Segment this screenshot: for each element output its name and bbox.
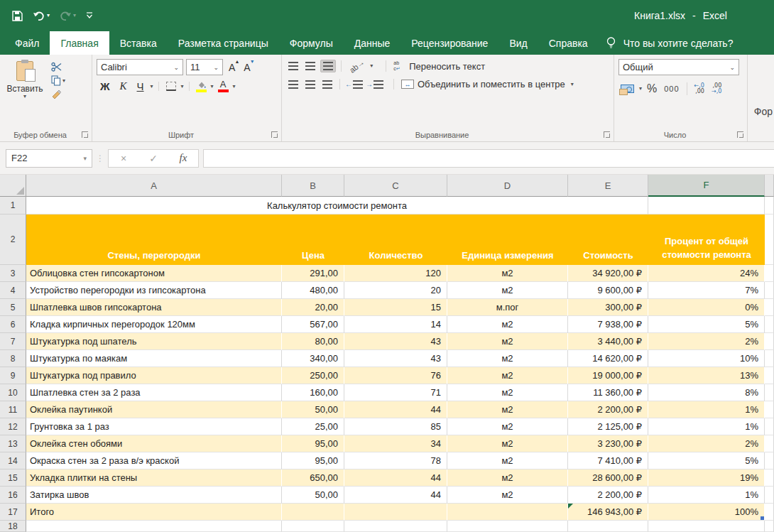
cell-A8[interactable]: Штукатурка по маякам (26, 350, 282, 367)
cell-C17[interactable] (344, 504, 447, 521)
cell-B10[interactable]: 160,00 (282, 384, 344, 401)
row-header-7[interactable]: 7 (0, 333, 26, 350)
tab-формулы[interactable]: Формулы (279, 31, 344, 55)
customize-qat-button[interactable] (85, 12, 94, 19)
increase-font-size-button[interactable]: A▲ (226, 62, 238, 73)
cell-E10[interactable]: 11 360,00 ₽ (568, 384, 648, 401)
cell-D7[interactable]: м2 (447, 333, 568, 350)
cell-E18[interactable] (568, 521, 648, 532)
cell-A9[interactable]: Штукатурка под правило (26, 367, 282, 384)
borders-dropdown-caret[interactable]: ▾ (181, 84, 184, 89)
cell-B4[interactable]: 480,00 (282, 282, 344, 299)
font-color-caret[interactable]: ▾ (233, 84, 236, 89)
column-header-D[interactable]: D (447, 175, 568, 197)
cell-B18[interactable] (282, 521, 344, 532)
cell-B15[interactable]: 650,00 (282, 469, 344, 487)
cell-D10[interactable]: м2 (447, 384, 568, 401)
tab-данные[interactable]: Данные (344, 31, 401, 55)
row-header-3[interactable]: 3 (0, 265, 26, 282)
cell-F14[interactable]: 5% (648, 452, 765, 469)
align-center-button[interactable] (303, 79, 317, 90)
underline-dropdown-caret[interactable]: ▾ (151, 84, 153, 89)
table-header-price[interactable]: Цена (282, 215, 344, 265)
select-all-corner[interactable] (0, 175, 26, 197)
cell-D16[interactable]: м2 (447, 487, 568, 504)
cell-F10[interactable]: 8% (648, 384, 765, 401)
save-button[interactable] (11, 10, 23, 22)
cell-A4[interactable]: Устройство перегородки из гипсокартона (26, 282, 282, 299)
cell-E9[interactable]: 19 000,00 ₽ (568, 367, 648, 384)
cell-A18[interactable] (26, 521, 282, 532)
redo-button-disabled[interactable]: ▾ (59, 11, 76, 21)
cell-E17[interactable]: 146 943,00 ₽ (568, 504, 648, 521)
cell-G4[interactable] (765, 282, 774, 299)
cell-B12[interactable]: 25,00 (282, 418, 344, 435)
row-header-8[interactable]: 8 (0, 350, 26, 367)
tab-главная[interactable]: Главная (50, 31, 109, 55)
undo-button[interactable]: ▾ (33, 11, 50, 21)
merge-center-caret[interactable]: ▾ (571, 82, 574, 87)
decrease-indent-button[interactable]: ← (345, 80, 363, 89)
cell-E8[interactable]: 14 620,00 ₽ (568, 350, 648, 367)
cell-C11[interactable]: 44 (344, 401, 447, 418)
align-middle-button[interactable] (303, 60, 317, 72)
cell-A17[interactable]: Итого (26, 504, 282, 521)
tab-file[interactable]: Файл (4, 31, 50, 55)
cell-G17[interactable] (765, 504, 774, 521)
cell-C14[interactable]: 78 (344, 452, 447, 469)
table-header-cost[interactable]: Стоимость (568, 215, 648, 265)
copy-dropdown-caret[interactable]: ▾ (62, 78, 65, 84)
cell-C12[interactable]: 85 (344, 418, 447, 435)
cell-F15[interactable]: 19% (648, 469, 765, 487)
column-header-E[interactable]: E (568, 175, 648, 197)
cell-A7[interactable]: Штукатурка под шпатель (26, 333, 282, 350)
table-header-percent[interactable]: Процент от общей стоимости ремонта (648, 215, 765, 265)
cell-D15[interactable]: м2 (447, 469, 568, 487)
cell-A14[interactable]: Окраска стен за 2 раза в/э краской (26, 452, 282, 469)
clipboard-dialog-launcher[interactable] (82, 131, 88, 138)
cell-D18[interactable] (447, 521, 568, 532)
cell-G14[interactable] (765, 452, 774, 469)
cell-F13[interactable]: 2% (648, 435, 765, 452)
cell-C7[interactable]: 43 (344, 333, 447, 350)
cell-E3[interactable]: 34 920,00 ₽ (568, 265, 648, 282)
alignment-dialog-launcher[interactable] (604, 131, 610, 138)
cell-C10[interactable]: 71 (344, 384, 447, 401)
cell-A13[interactable]: Оклейка стен обоями (26, 435, 282, 452)
cell-C8[interactable]: 43 (344, 350, 447, 367)
cell-G11[interactable] (765, 401, 774, 418)
cell-F17[interactable]: 100% (648, 504, 765, 521)
cell-B7[interactable]: 80,00 (282, 333, 344, 350)
cell-G6[interactable] (765, 316, 774, 333)
align-bottom-button[interactable] (320, 60, 336, 72)
cell-G10[interactable] (765, 384, 774, 401)
cell-C5[interactable]: 15 (344, 299, 447, 316)
cell-G18[interactable] (765, 521, 774, 532)
fill-color-button[interactable] (195, 81, 208, 92)
align-right-button[interactable] (320, 79, 334, 90)
copy-button[interactable]: ▾ (51, 75, 65, 86)
underline-button[interactable]: Ч (133, 80, 148, 92)
column-header-B[interactable]: B (282, 175, 344, 197)
italic-button[interactable]: К (116, 80, 131, 92)
row-header-14[interactable]: 14 (0, 452, 26, 469)
column-header-C[interactable]: C (344, 175, 447, 197)
cell-G7[interactable] (765, 333, 774, 350)
font-name-combo[interactable]: Calibri ⌄ (97, 59, 183, 75)
name-box-caret[interactable]: ▾ (83, 155, 87, 162)
cell-G15[interactable] (765, 469, 774, 487)
row-header-12[interactable]: 12 (0, 418, 26, 435)
accounting-format-button[interactable] (618, 83, 636, 94)
row-header-11[interactable]: 11 (0, 401, 26, 418)
font-dialog-launcher[interactable] (271, 131, 278, 138)
cell-G8[interactable] (765, 350, 774, 367)
table-header-unit[interactable]: Единица измерения (447, 215, 568, 265)
cell-C6[interactable]: 14 (344, 316, 447, 333)
cell-G5[interactable] (765, 299, 774, 316)
align-left-button[interactable] (286, 79, 300, 90)
cell-F16[interactable]: 1% (648, 487, 765, 504)
comma-style-button[interactable]: 000 (662, 83, 681, 94)
tell-me-search[interactable]: Что вы хотите сделать? (599, 31, 741, 55)
cell-F8[interactable]: 10% (648, 350, 765, 367)
cell-B17[interactable] (282, 504, 344, 521)
